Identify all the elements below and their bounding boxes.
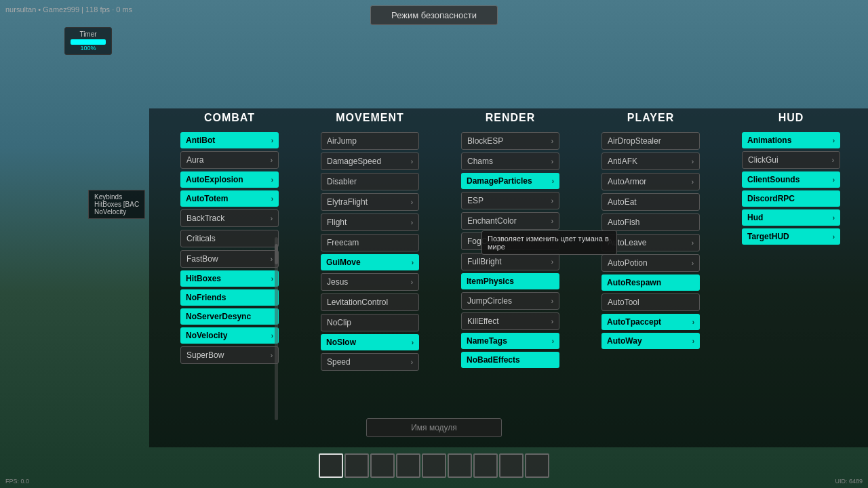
timer-widget: Timer 100% [64, 27, 112, 55]
module-name-discordrpc: DiscordRPC [747, 194, 795, 203]
keybinds-label: Keybinds [94, 193, 139, 201]
module-btn-autoeat[interactable]: AutoEat [601, 193, 700, 211]
hotbar-slot-0[interactable] [319, 453, 343, 478]
module-btn-autotpaccept[interactable]: AutoTpaccept› [601, 314, 700, 330]
module-btn-novelocity[interactable]: NoVelocity› [180, 327, 279, 344]
module-btn-speed[interactable]: Speed› [321, 353, 419, 371]
module-arrow-autopotion: › [692, 260, 694, 267]
main-panel: COMBATAntiBot›Aura›AutoExplosion›AutoTot… [159, 112, 861, 451]
module-arrow-targethud: › [833, 233, 835, 241]
module-btn-jumpcircles[interactable]: JumpCircles› [461, 292, 559, 310]
module-search-input[interactable]: Имя модуля [366, 418, 502, 437]
module-arrow-clickgui: › [832, 157, 834, 164]
module-arrow-jesus: › [411, 279, 413, 286]
hotbar-slot-8[interactable] [525, 453, 549, 478]
module-btn-aura[interactable]: Aura› [180, 151, 279, 169]
module-name-flight: Flight [327, 218, 347, 227]
module-btn-fastbow[interactable]: FastBow› [180, 250, 279, 268]
module-name-superbow: SuperBow [186, 350, 224, 360]
module-btn-fullbright[interactable]: FullBright› [461, 253, 559, 270]
module-btn-freecam[interactable]: Freecam [321, 234, 419, 251]
module-btn-autoexplosion[interactable]: AutoExplosion› [180, 171, 279, 188]
module-arrow-superbow: › [271, 352, 273, 359]
module-btn-disabler[interactable]: Disabler [321, 173, 419, 190]
module-arrow-fastbow: › [271, 256, 273, 263]
module-name-nametags: NameTags [467, 336, 507, 346]
hotbar-slot-6[interactable] [473, 453, 498, 478]
module-name-autoway: AutoWay [607, 336, 642, 346]
hotbar-slot-4[interactable] [422, 453, 446, 478]
module-name-chams: Chams [467, 157, 493, 166]
module-name-levitationcontrol: LevitationControl [327, 298, 388, 307]
module-btn-autoway[interactable]: AutoWay› [601, 333, 700, 349]
module-name-autofish: AutoFish [608, 218, 639, 227]
module-btn-itemphysics[interactable]: ItemPhysics [461, 273, 559, 289]
module-btn-enchantcolor[interactable]: EnchantColor› [461, 212, 559, 230]
keybinds-item-1: HitBoxes [BAC [94, 201, 139, 208]
module-btn-backtrack[interactable]: BackTrack› [180, 209, 279, 227]
module-btn-airdropstealer[interactable]: AirDropStealer [601, 132, 700, 150]
module-btn-guimove[interactable]: GuiMove› [321, 254, 419, 270]
module-btn-autotool[interactable]: AutoTool [601, 293, 700, 311]
module-btn-noserverdesync[interactable]: NoServerDesync [180, 308, 279, 325]
module-name-hitboxes: HitBoxes [186, 274, 221, 283]
module-btn-autopotion[interactable]: AutoPotion› [601, 254, 700, 272]
module-btn-criticals[interactable]: Criticals [180, 230, 279, 247]
module-name-airjump: AirJump [327, 136, 357, 146]
module-btn-autofish[interactable]: AutoFish [601, 214, 700, 231]
category-title-movement: MOVEMENT [336, 112, 403, 124]
module-btn-nofriends[interactable]: NoFriends [180, 289, 279, 306]
module-btn-levitationcontrol[interactable]: LevitationControl [321, 293, 419, 311]
module-btn-targethud[interactable]: TargetHUD› [742, 228, 840, 245]
module-btn-nametags[interactable]: NameTags› [461, 333, 559, 349]
module-btn-damagespeed[interactable]: DamageSpeed› [321, 152, 419, 170]
hotbar-slot-7[interactable] [499, 453, 524, 478]
module-btn-chams[interactable]: Chams› [461, 152, 559, 170]
hotbar-slot-3[interactable] [396, 453, 420, 478]
module-name-autoarmor: AutoArmor [608, 177, 646, 186]
module-btn-clickgui[interactable]: ClickGui› [742, 151, 840, 169]
module-name-nofriends: NoFriends [186, 293, 226, 302]
module-btn-airjump[interactable]: AirJump [321, 132, 419, 150]
module-btn-autoarmor[interactable]: AutoArmor› [601, 173, 700, 190]
module-btn-blockesp[interactable]: BlockESP› [461, 132, 559, 150]
module-arrow-autoway: › [692, 338, 694, 345]
module-name-noserverdesync: NoServerDesync [186, 312, 251, 321]
module-btn-antiafk[interactable]: AntiAFK› [601, 152, 700, 170]
module-btn-nobadeffects[interactable]: NoBadEffects [461, 352, 559, 368]
module-arrow-esp: › [551, 197, 553, 205]
module-name-autoeat: AutoEat [608, 197, 637, 207]
module-btn-noclip[interactable]: NoClip [321, 314, 419, 331]
module-btn-killeffect[interactable]: KillEffect› [461, 312, 559, 330]
module-btn-flight[interactable]: Flight› [321, 214, 419, 231]
module-btn-discordrpc[interactable]: DiscordRPC [742, 190, 840, 207]
hotbar-slot-5[interactable] [448, 453, 472, 478]
module-name-guimove: GuiMove [326, 258, 361, 267]
module-btn-noslow[interactable]: NoSlow› [321, 334, 419, 350]
module-name-clientsounds: ClientSounds [747, 175, 800, 184]
module-arrow-autototem: › [271, 195, 273, 203]
module-btn-hitboxes[interactable]: HitBoxes› [180, 270, 279, 287]
module-btn-autorespawn[interactable]: AutoRespawn [601, 274, 700, 291]
hotbar-slot-1[interactable] [344, 453, 369, 478]
module-btn-hud[interactable]: Hud› [742, 209, 840, 226]
safety-mode-button[interactable]: Режим безопасности [370, 5, 498, 25]
module-btn-esp[interactable]: ESP› [461, 192, 559, 209]
module-btn-damageparticles[interactable]: DamageParticles› [461, 173, 559, 189]
module-arrow-noslow: › [412, 339, 414, 346]
module-name-itemphysics: ItemPhysics [467, 277, 514, 286]
module-btn-antibot[interactable]: AntiBot› [180, 132, 279, 148]
hotbar-slot-2[interactable] [370, 453, 395, 478]
module-name-speed: Speed [327, 357, 351, 367]
module-btn-elytraflight[interactable]: ElytraFlight› [321, 193, 419, 211]
module-btn-clientsounds[interactable]: ClientSounds› [742, 171, 840, 188]
module-btn-animations[interactable]: Animations› [742, 132, 840, 148]
module-btn-superbow[interactable]: SuperBow› [180, 346, 279, 364]
module-arrow-autoexplosion: › [271, 176, 273, 184]
module-name-enchantcolor: EnchantColor [467, 216, 517, 226]
module-btn-autototem[interactable]: AutoTotem› [180, 190, 279, 207]
module-btn-jesus[interactable]: Jesus› [321, 273, 419, 291]
module-arrow-fullbright: › [551, 258, 553, 266]
module-name-criticals: Criticals [186, 234, 216, 243]
module-name-jumpcircles: JumpCircles [467, 296, 512, 306]
